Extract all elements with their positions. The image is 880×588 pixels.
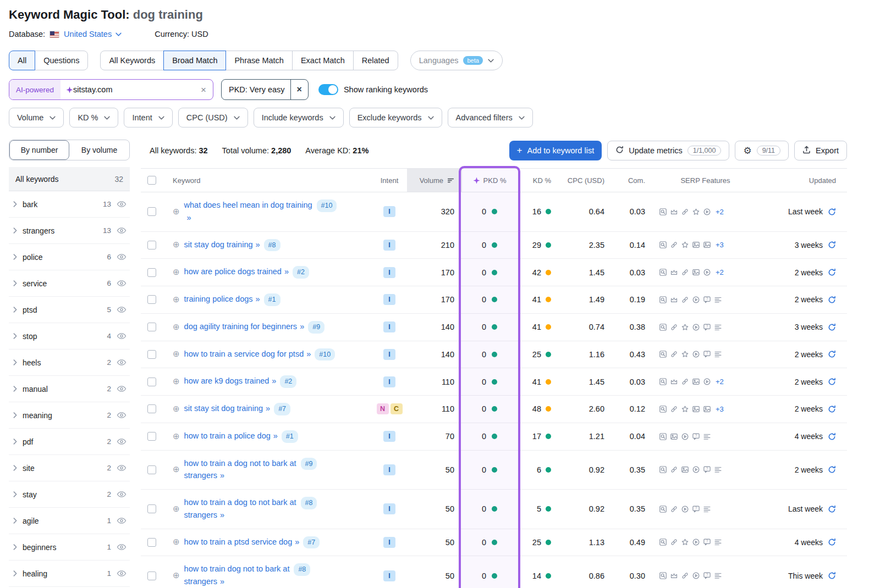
eye-icon[interactable] <box>117 332 127 340</box>
expand-plus-icon[interactable]: ⊕ <box>173 268 180 276</box>
volume-filter-dropdown[interactable]: Volume <box>9 108 64 127</box>
group-label[interactable]: meaning <box>23 411 101 420</box>
chevron-right-icon[interactable] <box>13 437 17 446</box>
expand-arrows-icon[interactable]: » <box>300 322 304 331</box>
group-label[interactable]: police <box>23 253 101 262</box>
eye-icon[interactable] <box>117 543 127 551</box>
sidebar-group[interactable]: ptsd5 <box>9 297 130 323</box>
serp-more-count[interactable]: +2 <box>716 378 724 386</box>
sidebar-group[interactable]: meaning2 <box>9 402 130 429</box>
row-checkbox[interactable] <box>147 432 156 441</box>
chevron-right-icon[interactable] <box>13 358 17 367</box>
keyword-link[interactable]: how are police dogs trained <box>184 267 282 276</box>
group-label[interactable]: stay <box>23 490 101 499</box>
expand-arrows-icon[interactable]: » <box>256 240 260 249</box>
sidebar-group[interactable]: heels2 <box>9 350 130 376</box>
keyword-link[interactable]: training police dogs <box>184 295 253 303</box>
keyword-link[interactable]: strangers <box>184 471 217 480</box>
keyword-link[interactable]: how are k9 dogs trained <box>184 376 270 385</box>
kd-filter-dropdown[interactable]: KD % <box>69 108 118 127</box>
add-to-keyword-list-button[interactable]: +Add to keyword list <box>509 141 602 160</box>
row-checkbox[interactable] <box>147 323 156 331</box>
intent-filter-dropdown[interactable]: Intent <box>124 108 172 127</box>
row-checkbox[interactable] <box>147 241 156 249</box>
exclude-keywords-dropdown[interactable]: Exclude keywords <box>349 108 442 127</box>
refresh-icon[interactable] <box>828 538 836 546</box>
chevron-right-icon[interactable] <box>13 517 17 525</box>
col-updated[interactable]: Updated <box>759 169 847 192</box>
tab-broad-match[interactable]: Broad Match <box>163 51 226 70</box>
refresh-icon[interactable] <box>828 465 836 474</box>
update-metrics-button[interactable]: Update metrics1/1,000 <box>607 141 729 160</box>
row-checkbox[interactable] <box>147 538 156 547</box>
sidebar-group[interactable]: pdf2 <box>9 429 130 455</box>
chevron-right-icon[interactable] <box>13 226 17 235</box>
expand-arrows-icon[interactable]: » <box>272 376 276 385</box>
eye-icon[interactable] <box>117 306 127 313</box>
refresh-icon[interactable] <box>828 405 836 413</box>
include-keywords-dropdown[interactable]: Include keywords <box>254 108 344 127</box>
expand-plus-icon[interactable]: ⊕ <box>173 432 180 441</box>
refresh-icon[interactable] <box>828 350 836 358</box>
tab-phrase-match[interactable]: Phrase Match <box>226 51 292 70</box>
row-checkbox[interactable] <box>147 350 156 359</box>
remove-pkd-filter-icon[interactable]: × <box>290 80 308 99</box>
expand-arrows-icon[interactable]: » <box>284 267 288 276</box>
group-label[interactable]: stop <box>23 332 101 341</box>
expand-plus-icon[interactable]: ⊕ <box>173 505 180 513</box>
group-label[interactable]: site <box>23 464 101 473</box>
keyword-link[interactable]: strangers <box>184 511 217 519</box>
eye-icon[interactable] <box>117 570 127 577</box>
refresh-icon[interactable] <box>828 323 836 331</box>
sidebar-group[interactable]: bark13 <box>9 191 130 218</box>
row-checkbox[interactable] <box>147 378 156 386</box>
sidebar-group[interactable]: site2 <box>9 455 130 481</box>
sidebar-group[interactable]: police6 <box>9 244 130 270</box>
expand-plus-icon[interactable]: ⊕ <box>173 208 180 216</box>
expand-plus-icon[interactable]: ⊕ <box>173 296 180 304</box>
eye-icon[interactable] <box>117 227 127 234</box>
keyword-link[interactable]: how to train a ptsd service dog <box>184 537 293 546</box>
sidebar-group[interactable]: service6 <box>9 270 130 297</box>
group-label[interactable]: bark <box>23 200 97 209</box>
expand-arrows-icon[interactable]: » <box>306 350 310 358</box>
keyword-link[interactable]: sit stay dog training <box>184 240 253 249</box>
expand-arrows-icon[interactable]: » <box>295 537 299 546</box>
refresh-icon[interactable] <box>828 208 836 216</box>
group-label[interactable]: service <box>23 279 101 288</box>
chevron-right-icon[interactable] <box>13 279 17 288</box>
expand-plus-icon[interactable]: ⊕ <box>173 241 180 249</box>
refresh-icon[interactable] <box>828 432 836 441</box>
expand-arrows-icon[interactable]: » <box>266 404 270 413</box>
expand-plus-icon[interactable]: ⊕ <box>173 572 180 580</box>
sidebar-group[interactable]: manual2 <box>9 376 130 402</box>
col-kd[interactable]: KD % <box>517 169 561 192</box>
database-selector[interactable]: United States <box>64 30 122 38</box>
expand-plus-icon[interactable]: ⊕ <box>173 378 180 386</box>
col-intent[interactable]: Intent <box>372 169 407 192</box>
row-checkbox[interactable] <box>147 465 156 474</box>
chevron-right-icon[interactable] <box>13 385 17 393</box>
pkd-filter-chip[interactable]: PKD: Very easy × <box>221 79 309 100</box>
chevron-right-icon[interactable] <box>13 464 17 473</box>
row-checkbox[interactable] <box>147 295 156 304</box>
group-label[interactable]: pdf <box>23 437 101 446</box>
group-label[interactable]: heels <box>23 358 101 367</box>
chevron-right-icon[interactable] <box>13 543 17 552</box>
sidebar-group[interactable]: agile1 <box>9 508 130 534</box>
keyword-link[interactable]: how to train dog not to bark at <box>184 564 290 573</box>
chevron-right-icon[interactable] <box>13 200 17 209</box>
group-label[interactable]: manual <box>23 385 101 393</box>
chevron-right-icon[interactable] <box>13 332 17 341</box>
eye-icon[interactable] <box>117 517 127 524</box>
row-checkbox[interactable] <box>147 572 156 580</box>
eye-icon[interactable] <box>117 385 127 392</box>
select-all-checkbox[interactable] <box>147 176 156 185</box>
group-label[interactable]: ptsd <box>23 306 101 314</box>
eye-icon[interactable] <box>117 253 127 260</box>
chevron-right-icon[interactable] <box>13 253 17 262</box>
refresh-icon[interactable] <box>828 572 836 580</box>
eye-icon[interactable] <box>117 491 127 498</box>
sidebar-group[interactable]: stop4 <box>9 323 130 350</box>
advanced-filters-dropdown[interactable]: Advanced filters <box>448 108 533 127</box>
